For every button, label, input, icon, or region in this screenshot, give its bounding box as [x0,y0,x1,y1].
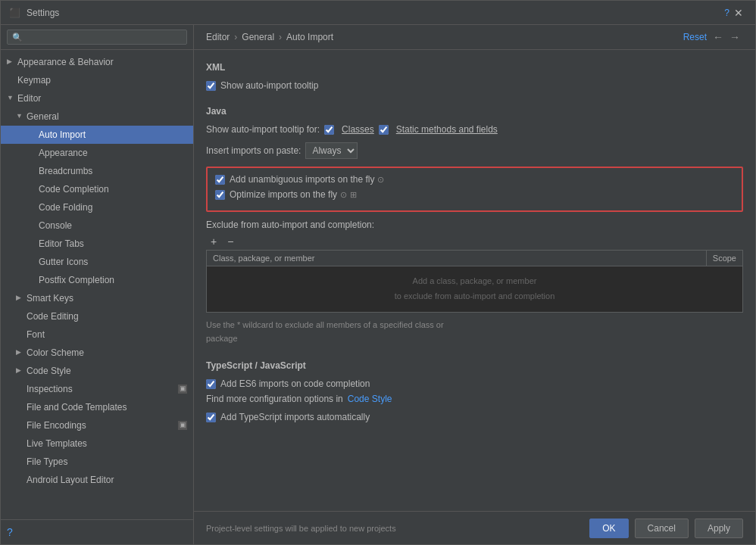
insert-imports-label: Insert imports on paste: [206,145,301,156]
code-style-link[interactable]: Code Style [348,394,392,404]
back-button[interactable]: ← [710,31,726,43]
sidebar-item-label: Postfix Completion [39,273,114,287]
forward-button[interactable]: → [726,31,743,43]
sidebar-item-color-scheme[interactable]: ▶ Color Scheme [1,344,193,362]
cancel-button[interactable]: Cancel [635,519,689,538]
wildcard-note: Use the * wildcard to exclude all member… [206,319,743,345]
ts-section-title: TypeScript / JavaScript [206,360,743,371]
copy-icon[interactable]: ⊞ [350,190,357,200]
config-link-row: Find more configuration options in Code … [206,394,743,404]
sidebar-item-label: Breadcrumbs [39,164,92,178]
empty-hint: Add a class, package, or member to exclu… [395,274,555,304]
breadcrumb-general: General [242,32,274,42]
show-tooltip-checkbox[interactable] [206,81,216,91]
unambiguous-imports-row: Add unambiguous imports on the fly ⊙ [215,174,734,185]
sidebar-item-live-templates[interactable]: Live Templates [1,434,193,453]
sidebar-item-label: Color Scheme [27,346,84,360]
empty-hint-line2: to exclude from auto-import and completi… [395,289,555,304]
sidebar-item-auto-import[interactable]: Auto Import [1,126,193,144]
ok-button[interactable]: OK [589,519,628,538]
sidebar-item-code-folding[interactable]: Code Folding [1,198,193,216]
sidebar-item-font[interactable]: Font [1,325,193,344]
panel-content: XML Show auto-import tooltip Java Show a… [194,50,755,511]
sidebar-item-breadcrumbs[interactable]: Breadcrumbs [1,162,193,180]
classes-checkbox[interactable] [324,125,334,135]
close-button[interactable]: ✕ [729,5,748,20]
bottom-info-text: Project-level settings will be applied t… [206,524,589,533]
indicator-icon: ▣ [178,421,187,430]
sidebar-item-label: Android Layout Editor [27,473,114,487]
sidebar-item-android-layout-editor[interactable]: Android Layout Editor [1,471,193,489]
app-icon: ⬛ [8,7,20,19]
static-methods-label: Static methods and fields [396,124,498,135]
sidebar-item-gutter-icons[interactable]: Gutter Icons [1,253,193,271]
sidebar-item-label: Gutter Icons [39,255,88,269]
sidebar-item-file-types[interactable]: File Types [1,453,193,471]
unambiguous-imports-checkbox[interactable] [215,175,225,185]
sidebar-item-general[interactable]: ▼ General [1,107,193,126]
window-title: Settings [27,8,718,18]
reset-button[interactable]: Reset [680,32,710,42]
sidebar-item-file-code-templates[interactable]: File and Code Templates [1,398,193,416]
insert-imports-dropdown[interactable]: Always Ask Never [305,142,358,159]
es6-imports-checkbox[interactable] [206,379,216,389]
sidebar-item-label: Code Completion [39,182,109,196]
table-body: Add a class, package, or member to exclu… [207,266,742,312]
add-button[interactable]: + [206,235,221,248]
sidebar-item-label: Live Templates [27,437,87,450]
search-input[interactable] [7,30,187,45]
sidebar-item-keymap[interactable]: Keymap [1,71,193,89]
apply-button[interactable]: Apply [695,519,743,538]
breadcrumb-auto-import: Auto Import [286,32,333,42]
sidebar-bottom: ? [1,519,193,544]
sidebar-item-label: File Types [27,455,67,469]
sidebar-item-label: Code Style [27,364,71,378]
wildcard-note-line1: Use the * wildcard to exclude all member… [206,319,743,332]
sidebar-item-inspections[interactable]: Inspections ▣ [1,380,193,398]
show-tooltip-for-row: Show auto-import tooltip for: Classes St… [206,124,743,135]
indicator-icon: ▣ [178,385,187,394]
ts-imports-checkbox[interactable] [206,413,216,422]
static-methods-checkbox[interactable] [379,125,389,135]
help-icon[interactable]: ? [724,8,729,18]
sidebar-item-label: Code Editing [27,310,79,323]
unambiguous-help-icon[interactable]: ⊙ [377,175,384,185]
optimize-help-icon[interactable]: ⊙ [340,190,347,200]
ts-imports-row: Add TypeScript imports automatically [206,412,743,422]
expand-arrow: ▶ [16,347,25,358]
show-tooltip-for-label: Show auto-import tooltip for: [206,124,320,135]
sidebar-item-label: Code Folding [39,201,92,214]
sidebar-item-label: File and Code Templates [27,400,127,414]
sidebar-item-file-encodings[interactable]: File Encodings ▣ [1,416,193,434]
main-content: ▶ Appearance & Behavior Keymap ▼ Editor … [1,25,755,544]
sidebar-item-postfix-completion[interactable]: Postfix Completion [1,271,193,289]
sidebar-item-code-editing[interactable]: Code Editing [1,307,193,325]
wildcard-note-line2: package [206,332,743,346]
sidebar-item-label: Smart Keys [27,291,73,305]
sidebar-item-appearance[interactable]: Appearance [1,144,193,162]
optimize-imports-checkbox[interactable] [215,190,225,200]
exclude-label: Exclude from auto-import and completion: [206,220,743,230]
sidebar-item-label: Auto Import [39,128,86,142]
expand-arrow: ▼ [7,93,16,104]
sidebar-item-code-style[interactable]: ▶ Code Style [1,362,193,380]
sidebar-help-icon[interactable]: ? [7,526,13,538]
sidebar-item-editor[interactable]: ▼ Editor [1,89,193,107]
sidebar-item-code-completion[interactable]: Code Completion [1,180,193,198]
insert-imports-row: Insert imports on paste: Always Ask Neve… [206,142,743,159]
search-box [1,25,193,50]
show-tooltip-label: Show auto-import tooltip [220,80,318,91]
scope-header: Scope [707,251,742,266]
sidebar-item-editor-tabs[interactable]: Editor Tabs [1,235,193,253]
sidebar-item-label: File Encodings [27,419,86,432]
unambiguous-imports-label: Add unambiguous imports on the fly [230,174,374,185]
classes-label: Classes [342,124,374,135]
sidebar-item-smart-keys[interactable]: ▶ Smart Keys [1,289,193,307]
exclude-section: Exclude from auto-import and completion:… [206,220,743,345]
remove-button[interactable]: − [223,235,238,248]
highlight-box: Add unambiguous imports on the fly ⊙ Opt… [206,167,743,212]
sidebar-item-console[interactable]: Console [1,216,193,235]
right-panel: Editor › General › Auto Import Reset ← →… [194,25,755,544]
sidebar-item-appearance-behavior[interactable]: ▶ Appearance & Behavior [1,53,193,71]
settings-window: ⬛ Settings ? ✕ ▶ Appearance & Behavior K… [0,0,756,545]
